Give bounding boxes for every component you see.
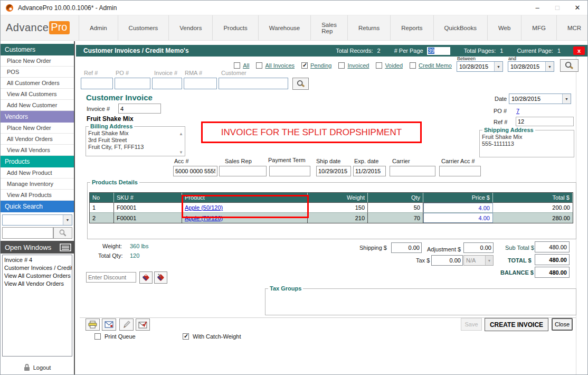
search-po-input[interactable] (115, 78, 150, 89)
quick-search-button[interactable] (53, 227, 72, 239)
search-rma-input[interactable] (184, 78, 217, 89)
nav-item-sales-rep[interactable]: Sales Rep (310, 15, 347, 40)
scroll-down-icon[interactable]: ▼ (179, 150, 183, 155)
close-button[interactable]: Close (552, 318, 573, 331)
logout-button[interactable]: Logout (1, 363, 74, 371)
filter-search-button[interactable] (560, 59, 578, 72)
tax-group-select[interactable]: N/A ▼ (463, 255, 494, 266)
filter-pending-checkbox[interactable] (301, 62, 308, 69)
save-button[interactable]: Save (461, 318, 482, 331)
window-list-icon[interactable] (60, 243, 71, 251)
invoice-date-select[interactable]: 10/28/2015 ▼ (509, 93, 571, 104)
search-customer-input[interactable] (219, 78, 288, 89)
shipping-input[interactable] (391, 242, 422, 253)
shipping-line: 555-1111113 (482, 140, 572, 147)
search-invoice-input[interactable] (152, 78, 182, 89)
filter-credit-memo-label[interactable]: Credit Memo (419, 62, 452, 69)
sidebar-item-add-new-product[interactable]: Add New Product (1, 167, 74, 179)
open-window-item[interactable]: Invoice # 4 (3, 256, 71, 264)
close-page-button[interactable]: x (573, 46, 585, 55)
nav-item-mfg[interactable]: MFG (521, 15, 556, 40)
email-queue-button[interactable] (136, 318, 150, 331)
quick-search-category-select[interactable]: ▼ (2, 214, 72, 226)
ship-date-input[interactable] (316, 166, 351, 176)
sidebar-item-view-all-products[interactable]: View All Products (1, 190, 74, 201)
ref-number-input[interactable] (516, 117, 574, 126)
price-input-cell[interactable]: 4.00 (423, 213, 493, 223)
filter-voided-label[interactable]: Voided (385, 62, 403, 69)
nav-item-vendors[interactable]: Vendors (168, 15, 212, 40)
chevron-down-icon[interactable]: ▼ (545, 62, 554, 71)
discount-input[interactable] (86, 272, 136, 283)
po-number-label: PO # (494, 108, 507, 114)
open-window-item[interactable]: View All Customer Orders (3, 272, 71, 280)
filter-invoiced-label[interactable]: Invoiced (347, 62, 369, 69)
chevron-down-icon: ▼ (485, 256, 493, 265)
catch-weight-checkbox[interactable] (183, 333, 189, 340)
remove-discount-button[interactable] (154, 271, 167, 284)
price-input-cell[interactable]: 4.00 (423, 203, 493, 213)
carrier-acc-input[interactable] (439, 166, 481, 176)
search-ref-input[interactable] (81, 78, 113, 89)
nav-item-customers[interactable]: Customers (118, 15, 169, 40)
sign-button[interactable] (119, 318, 134, 331)
maximize-icon[interactable]: □ (547, 1, 567, 15)
open-window-item[interactable]: View All Vendor Orders (3, 280, 71, 288)
filter-voided-checkbox[interactable] (376, 62, 382, 69)
adjustment-input[interactable] (463, 242, 494, 253)
chevron-down-icon[interactable]: ▼ (494, 62, 502, 71)
nav-item-warehouse[interactable]: Warehouse (258, 15, 310, 40)
search-button[interactable] (292, 78, 309, 90)
chevron-down-icon[interactable]: ▼ (63, 215, 72, 225)
create-invoice-button[interactable]: CREATE INVOICE (485, 318, 548, 331)
nav-item-mcr[interactable]: MCR (556, 15, 588, 40)
filter-all-checkbox[interactable] (234, 62, 240, 69)
sidebar-item-view-all-customers[interactable]: View All Customers (1, 89, 74, 100)
ship-date-label: Ship date (316, 158, 340, 164)
tax-input[interactable] (431, 255, 463, 266)
nav-item-products[interactable]: Products (212, 15, 258, 40)
filter-all-invoices-label[interactable]: All Invoices (265, 62, 295, 69)
close-icon[interactable]: ✕ (567, 1, 587, 15)
filter-pending-label[interactable]: Pending (310, 62, 331, 69)
filter-all-label[interactable]: All (243, 62, 249, 69)
po-number-link[interactable]: 7 (516, 108, 519, 114)
filter-credit-memo-checkbox[interactable] (410, 62, 416, 69)
sidebar-item-pos[interactable]: POS (1, 67, 74, 78)
sidebar-item-vendor-place-new-order[interactable]: Place New Order (1, 123, 74, 134)
sidebar-item-manage-inventory[interactable]: Manage Inventory (1, 179, 74, 190)
search-customer-label: Customer (221, 70, 246, 76)
nav-item-web[interactable]: Web (487, 15, 521, 40)
filter-invoiced-checkbox[interactable] (338, 62, 345, 69)
acc-input[interactable] (173, 166, 217, 176)
sidebar-item-all-customer-orders[interactable]: All Customer Orders (1, 78, 74, 89)
date-to-select[interactable]: 10/28/2015 ▼ (508, 61, 554, 72)
nav-item-returns[interactable]: Returns (347, 15, 390, 40)
open-window-item[interactable]: Customer Invoices / Credit I (3, 264, 71, 272)
quick-search-input[interactable] (2, 227, 53, 239)
nav-item-quickbooks[interactable]: QuickBooks (433, 15, 487, 40)
sidebar-item-view-all-vendors[interactable]: View All Vendors (1, 145, 74, 156)
payment-term-input[interactable] (269, 166, 310, 176)
sidebar-item-all-vendor-orders[interactable]: All Vendor Orders (1, 134, 74, 145)
apply-discount-button[interactable] (139, 271, 153, 284)
print-queue-checkbox[interactable] (94, 333, 101, 340)
email-button[interactable] (102, 318, 116, 331)
invoice-number-input[interactable] (118, 104, 161, 114)
carrier-input[interactable] (390, 166, 435, 176)
sidebar-item-add-new-customer[interactable]: Add New Customer (1, 100, 74, 111)
per-page-input[interactable]: 39 (427, 47, 450, 55)
exp-date-input[interactable] (353, 166, 386, 176)
sidebar-item-place-new-order[interactable]: Place New Order (1, 55, 74, 67)
nav-item-admin[interactable]: Admin (79, 15, 118, 40)
filter-all-invoices-checkbox[interactable] (256, 62, 262, 69)
cell-sku: F00001 (114, 213, 182, 223)
chevron-down-icon[interactable]: ▼ (562, 94, 571, 104)
sales-rep-input[interactable] (219, 166, 267, 176)
nav-item-reports[interactable]: Reports (390, 15, 433, 40)
print-button[interactable] (86, 318, 100, 331)
date-from-select[interactable]: 10/28/2015 ▼ (457, 61, 503, 72)
invoice-heading: Customer Invoice (86, 93, 153, 102)
scroll-up-icon[interactable]: ▲ (179, 132, 183, 136)
minimize-icon[interactable]: – (527, 1, 547, 15)
